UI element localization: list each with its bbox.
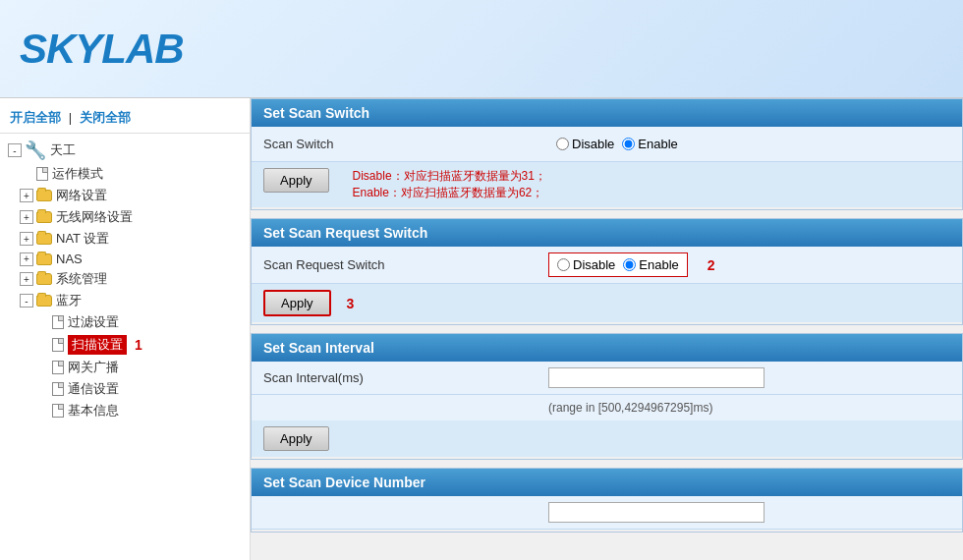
expand-bluetooth[interactable]: - [20,294,33,308]
scan-interval-apply-row: Apply [252,420,962,457]
scan-request-apply-row: Apply 3 [252,284,962,322]
sidebar-item-sysadmin[interactable]: + 系统管理 [0,268,250,290]
page-icon-filter [52,315,64,329]
scan-interval-range-note: (range in [500,4294967295]ms) [548,401,712,415]
scan-switch-disable-text: Disable [572,137,614,151]
scan-switch-apply-button[interactable]: Apply [263,168,329,193]
expand-network[interactable]: + [20,189,33,202]
separator: | [69,110,72,125]
open-all-link[interactable]: 开启全部 [10,110,61,125]
scan-device-number-body [252,496,962,530]
scan-request-disable-label[interactable]: Disable [557,257,615,272]
page-icon-scan [52,338,64,352]
sidebar-item-bluetooth[interactable]: - 蓝牙 [0,290,250,311]
scan-request-enable-radio[interactable] [623,258,636,271]
scan-device-number-row [252,496,962,530]
sidebar-item-gateway-broadcast[interactable]: 网关广播 [0,357,250,378]
scan-interval-label: Scan Interval(ms) [263,370,548,385]
scan-interval-control [548,367,950,388]
scan-interval-section: Set Scan Interval Scan Interval(ms) (ran… [251,333,963,460]
scan-switch-control: Disable Enable [548,133,950,155]
scan-switch-note: Disable：对应扫描蓝牙数据量为31； Enable：对应扫描蓝牙数据量为6… [345,168,546,201]
expand-sysadmin[interactable]: + [20,272,33,286]
network-label: 网络设置 [56,187,107,204]
scan-request-apply-badge: 3 [347,296,355,311]
scan-switch-section: Set Scan Switch Scan Switch Disable Ena [251,98,963,210]
scan-switch-note-line1: Disable：对应扫描蓝牙数据量为31； [353,168,546,185]
bluetooth-label: 蓝牙 [56,292,82,309]
scan-switch-label: Scan Switch [263,137,548,151]
scan-switch-enable-radio[interactable] [622,138,635,150]
scan-settings-badge: 1 [135,337,142,353]
scan-switch-disable-radio[interactable] [556,138,569,150]
sidebar-item-scan-settings[interactable]: 扫描设置 1 [0,333,250,357]
scan-switch-row: Scan Switch Disable Enable [252,127,962,162]
top-bar: SKYLAB [0,0,963,98]
page-icon-gateway [52,361,64,374]
folder-icon-nas [36,253,52,265]
content-area: Set Scan Switch Scan Switch Disable Ena [251,98,963,560]
scan-interval-apply-button[interactable]: Apply [263,426,329,451]
scan-device-number-input[interactable] [548,502,765,523]
basic-info-label: 基本信息 [68,402,119,420]
scan-switch-enable-text: Enable [638,137,677,151]
page-icon-work-mode [36,167,48,181]
scan-request-switch-control: Disable Enable 2 [548,252,950,277]
logo: SKYLAB [20,26,184,73]
folder-icon-bluetooth [36,295,52,307]
scan-interval-note-row: (range in [500,4294967295]ms) [252,395,962,420]
scan-request-disable-text: Disable [573,257,615,272]
gateway-broadcast-label: 网关广播 [68,359,119,376]
scan-switch-enable-label[interactable]: Enable [622,137,677,151]
scan-request-badge: 2 [708,257,715,273]
expand-nas[interactable]: + [20,252,33,266]
folder-icon-sysadmin [36,273,52,285]
scan-switch-header: Set Scan Switch [252,99,962,127]
expand-wireless[interactable]: + [20,210,33,224]
scan-request-switch-label: Scan Request Switch [263,257,548,272]
filter-settings-label: 过滤设置 [68,313,119,331]
scan-switch-radio-group: Disable Enable [548,133,686,155]
page-icon-basic [52,404,64,418]
scan-interval-header: Set Scan Interval [252,334,962,362]
scan-request-switch-header: Set Scan Request Switch [252,219,962,247]
sidebar: 开启全部 | 关闭全部 - 🔧 天工 运作模式 + 网络设置 + 无线网络设置 … [0,98,251,560]
scan-request-disable-radio[interactable] [557,258,570,271]
scan-switch-disable-label[interactable]: Disable [556,137,614,151]
tiangong-label: 天工 [50,141,76,159]
sidebar-top-links: 开启全部 | 关闭全部 [0,103,250,134]
scan-request-enable-label[interactable]: Enable [623,257,678,272]
scan-request-enable-text: Enable [639,257,678,272]
scan-request-switch-body: Scan Request Switch Disable Enable [252,247,962,322]
page-icon-comm [52,382,64,396]
sidebar-item-tiangong[interactable]: - 🔧 天工 [0,138,250,163]
sysadmin-label: 系统管理 [56,270,107,288]
scan-request-apply-button[interactable]: Apply [263,290,331,316]
sidebar-item-nat[interactable]: + NAT 设置 [0,228,250,250]
scan-interval-body: Scan Interval(ms) (range in [500,4294967… [252,362,962,457]
scan-settings-label: 扫描设置 [68,335,127,355]
folder-icon-wireless [36,211,52,223]
sidebar-item-comm-settings[interactable]: 通信设置 [0,378,250,400]
close-all-link[interactable]: 关闭全部 [80,110,131,125]
scan-request-switch-radio-group: Disable Enable [548,252,688,277]
expand-tiangong[interactable]: - [8,143,22,157]
sidebar-item-network[interactable]: + 网络设置 [0,185,250,206]
scan-switch-note-line2: Enable：对应扫描蓝牙数据量为62； [353,185,546,201]
sidebar-item-filter-settings[interactable]: 过滤设置 [0,311,250,333]
sidebar-item-nas[interactable]: + NAS [0,250,250,268]
sidebar-item-basic-info[interactable]: 基本信息 [0,400,250,421]
main-layout: 开启全部 | 关闭全部 - 🔧 天工 运作模式 + 网络设置 + 无线网络设置 … [0,98,963,560]
sidebar-item-work-mode[interactable]: 运作模式 [0,163,250,185]
scan-device-number-header: Set Scan Device Number [252,469,962,496]
expand-nat[interactable]: + [20,232,33,246]
scan-interval-row: Scan Interval(ms) [252,362,962,395]
nas-label: NAS [56,252,83,266]
folder-icon-network [36,190,52,201]
scan-interval-input[interactable] [548,367,765,388]
sidebar-item-wireless[interactable]: + 无线网络设置 [0,206,250,228]
nat-label: NAT 设置 [56,230,109,248]
scan-switch-apply-row: Apply Disable：对应扫描蓝牙数据量为31； Enable：对应扫描蓝… [252,162,962,207]
tiangong-icon: 🔧 [25,140,46,161]
scan-request-switch-row: Scan Request Switch Disable Enable [252,247,962,284]
